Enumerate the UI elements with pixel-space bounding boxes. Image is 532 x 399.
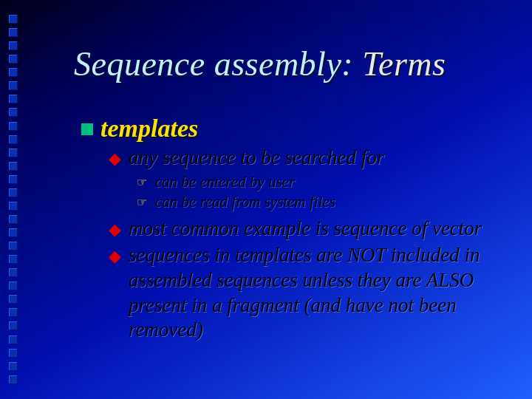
bullet-level-2: ◆ sequences in templates are NOT include… [108, 243, 502, 343]
pointer-bullet-icon: ☞ [136, 175, 148, 191]
bullet-level-1: templates [81, 115, 502, 143]
bullet-level-2: ◆ most common example is sequence of vec… [108, 216, 502, 242]
bullet-text: most common example is sequence of vecto… [129, 216, 502, 242]
diamond-bullet-icon: ◆ [108, 246, 121, 267]
diamond-bullet-icon: ◆ [108, 149, 121, 169]
bullet-level-3: ☞ can be read from system files [136, 192, 502, 212]
diamond-bullet-icon: ◆ [108, 219, 121, 240]
square-bullet-icon [81, 123, 93, 135]
bullet-level-3: ☞ can be entered by user [136, 172, 502, 192]
bullet-text: can be entered by user [155, 172, 502, 192]
pointer-bullet-icon: ☞ [136, 195, 148, 211]
title-part-2: Terms [353, 45, 446, 83]
title-part-1: Sequence assembly: [74, 45, 353, 83]
bullet-text: any sequence to be searched for [129, 146, 502, 171]
slide: Sequence assembly: Terms templates ◆ any… [0, 0, 532, 399]
slide-body: templates ◆ any sequence to be searched … [81, 115, 502, 343]
bullet-text: can be read from system files [155, 192, 502, 212]
bullet-text: sequences in templates are NOT included … [129, 243, 502, 343]
decorative-squares-column [9, 15, 19, 384]
slide-title: Sequence assembly: Terms [74, 44, 446, 83]
bullet-level-2: ◆ any sequence to be searched for [108, 146, 502, 171]
bullet-text: templates [100, 115, 502, 143]
